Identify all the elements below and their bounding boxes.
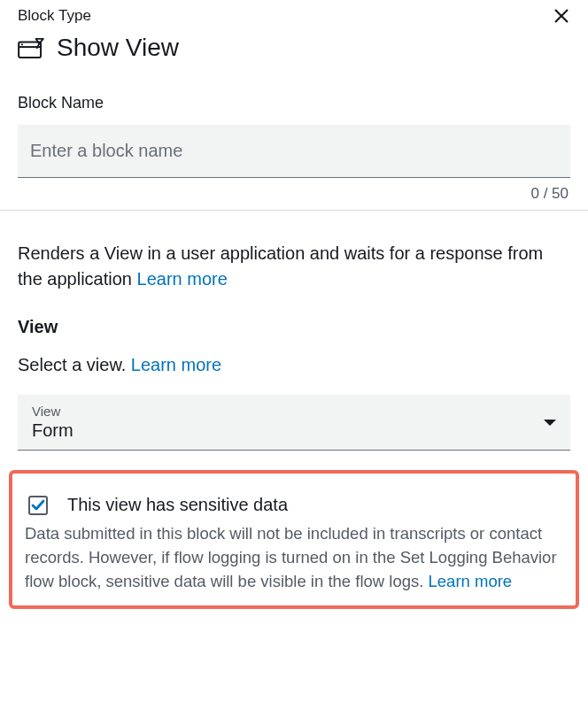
block-type-label: Block Type xyxy=(18,7,91,25)
svg-line-5 xyxy=(36,43,39,49)
description-body: Renders a View in a user application and… xyxy=(18,243,543,289)
block-name-section: Block Name 0 / 50 xyxy=(0,76,588,210)
sensitive-check-row: This view has sensitive data xyxy=(25,495,563,515)
sensitive-data-section: This view has sensitive data Data submit… xyxy=(9,470,579,609)
show-view-icon xyxy=(18,37,44,58)
view-select-dropdown[interactable]: View Form xyxy=(18,395,570,451)
sensitive-description: Data submitted in this block will not be… xyxy=(25,522,563,593)
sensitive-data-checkbox[interactable] xyxy=(28,496,48,515)
close-icon xyxy=(553,7,570,25)
view-select-label: View xyxy=(32,404,74,419)
description-text: Renders a View in a user application and… xyxy=(18,241,570,292)
sensitive-checkbox-label: This view has sensitive data xyxy=(67,495,288,515)
header-section: Block Type Show View xyxy=(0,0,588,76)
char-count: 0 / 50 xyxy=(18,185,570,203)
description-learn-more-link[interactable]: Learn more xyxy=(137,269,228,289)
select-view-text: Select a view. Learn more xyxy=(18,355,570,375)
view-select-inner: View Form xyxy=(32,404,74,441)
block-name-label: Block Name xyxy=(18,94,570,112)
block-name-input[interactable] xyxy=(18,125,570,178)
select-view-body: Select a view. xyxy=(18,355,131,374)
select-view-learn-more-link[interactable]: Learn more xyxy=(131,355,221,374)
block-config-panel: Block Type Show View Block Name 0 / 50 xyxy=(0,0,588,609)
view-heading: View xyxy=(18,317,570,337)
view-select-value: Form xyxy=(32,420,74,441)
close-button[interactable] xyxy=(553,7,570,25)
chevron-down-icon xyxy=(544,420,556,426)
checkmark-icon xyxy=(31,498,45,512)
title-row: Show View xyxy=(18,34,570,62)
content-section: Renders a View in a user application and… xyxy=(0,211,588,451)
sensitive-learn-more-link[interactable]: Learn more xyxy=(429,572,513,590)
svg-point-4 xyxy=(21,43,23,45)
header-row: Block Type xyxy=(18,7,570,25)
block-title: Show View xyxy=(57,34,179,62)
